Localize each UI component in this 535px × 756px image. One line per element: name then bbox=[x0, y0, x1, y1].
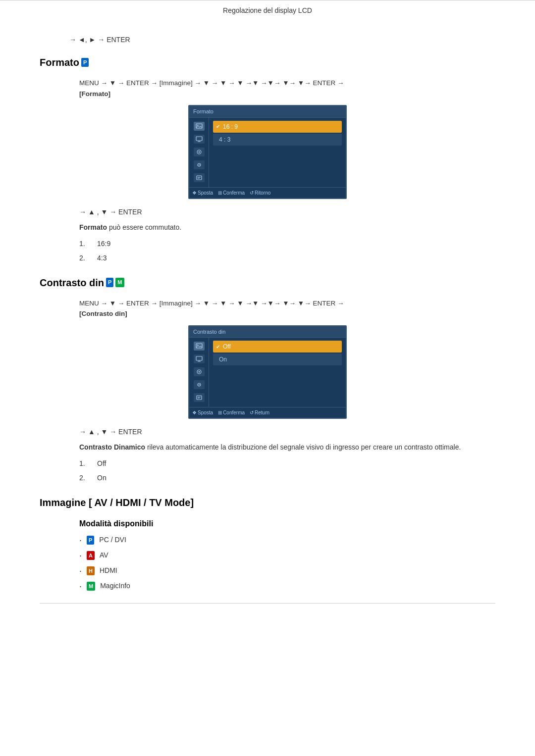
contrasto-option-on-label: On bbox=[219, 355, 227, 364]
osd-icon-info bbox=[194, 173, 205, 182]
contrasto-option-off-label: Off bbox=[223, 342, 231, 351]
list-val: 4:3 bbox=[97, 253, 107, 263]
bottom-border bbox=[40, 603, 495, 604]
osd-icon-monitor bbox=[194, 135, 205, 144]
content-area: → ◄, ► → ENTER FormatoP MENU → ▼ → ENTER… bbox=[0, 20, 535, 623]
osd-icon-info2 bbox=[194, 393, 205, 402]
mode-label-av: AV bbox=[100, 550, 108, 560]
list-num: 1. bbox=[79, 458, 89, 469]
formato-osd: Formato bbox=[188, 105, 347, 199]
footer-conferma2: ⊞ Conferma bbox=[218, 409, 245, 416]
footer-ritorno: ↺ Ritorno bbox=[250, 189, 270, 197]
formato-osd-sidebar bbox=[189, 118, 209, 187]
formato-heading: FormatoP bbox=[40, 55, 495, 70]
mode-item-hdmi: · H HDMI bbox=[79, 565, 495, 576]
formato-description: Formato può essere commutato. bbox=[79, 222, 495, 233]
contrasto-desc-bold: Contrasto Dinamico bbox=[79, 443, 145, 451]
contrasto-menu-path: MENU → ▼ → ENTER → [Immagine] → ▼ → ▼ → … bbox=[79, 298, 495, 319]
footer-return: ↺ Return bbox=[250, 409, 269, 416]
list-num: 1. bbox=[79, 239, 89, 249]
bullet-dot: · bbox=[79, 551, 82, 560]
contrasto-osd-footer: ❖ Sposta ⊞ Conferma ↺ Return bbox=[189, 407, 346, 418]
svg-rect-9 bbox=[197, 176, 202, 180]
list-num: 2. bbox=[79, 253, 89, 263]
formato-section: FormatoP MENU → ▼ → ENTER → [Immagine] →… bbox=[40, 55, 495, 263]
bullet-dot: · bbox=[79, 536, 82, 545]
formato-osd-main: ✔ 16 : 9 4 : 3 bbox=[209, 118, 346, 187]
formato-option-1: ✔ 16 : 9 bbox=[213, 121, 342, 133]
mode-label-hdmi: HDMI bbox=[100, 565, 117, 576]
contrasto-list: 1. Off 2. On bbox=[79, 458, 495, 483]
contrasto-osd-sidebar bbox=[189, 338, 209, 407]
contrasto-osd: Contrasto din bbox=[188, 325, 347, 419]
contrasto-osd-body: ✔ Off On bbox=[189, 338, 346, 407]
immagine-heading: Immagine [ AV / HDMI / TV Mode] bbox=[40, 495, 495, 510]
formato-arrow-nav: → ▲ , ▼ → ENTER bbox=[79, 207, 495, 217]
list-item: 1. 16:9 bbox=[79, 239, 495, 249]
contrasto-badge-p: P bbox=[106, 278, 113, 287]
check-icon2: ✔ bbox=[216, 343, 220, 351]
osd-icon-audio bbox=[194, 148, 205, 156]
svg-point-20 bbox=[199, 384, 200, 385]
footer-sposta: ❖ Sposta bbox=[192, 189, 213, 197]
modes-list: · P PC / DVI · A AV · H HDMI · M Mag bbox=[79, 535, 495, 591]
contrasto-desc-rest: rileva automaticamente la distribuzione … bbox=[145, 443, 461, 451]
formato-option-2-label: 4 : 3 bbox=[219, 135, 230, 144]
list-val: On bbox=[97, 473, 107, 483]
osd-icon-audio2 bbox=[194, 367, 205, 376]
contrasto-osd-main: ✔ Off On bbox=[209, 338, 346, 407]
contrasto-path-line2: [Contrasto din] bbox=[79, 310, 127, 317]
intro-nav: → ◄, ► → ENTER bbox=[69, 35, 495, 45]
immagine-section: Immagine [ AV / HDMI / TV Mode] Modalità… bbox=[40, 495, 495, 591]
formato-badge-p: P bbox=[81, 58, 89, 67]
osd-icon-monitor2 bbox=[194, 354, 205, 363]
svg-point-8 bbox=[199, 164, 200, 165]
bullet-dot: · bbox=[79, 582, 82, 591]
svg-rect-0 bbox=[196, 124, 202, 128]
formato-osd-title: Formato bbox=[189, 106, 346, 118]
osd-icon-settings2 bbox=[194, 380, 205, 389]
formato-list: 1. 16:9 2. 4:3 bbox=[79, 239, 495, 263]
formato-path-line1: MENU → ▼ → ENTER → [Immagine] → ▼ → ▼ → … bbox=[79, 79, 344, 87]
contrasto-option-on: On bbox=[213, 353, 342, 365]
page-header: Regolazione del display LCD bbox=[0, 0, 535, 20]
list-item: 1. Off bbox=[79, 458, 495, 469]
footer-sposta2: ❖ Sposta bbox=[192, 409, 213, 416]
check-icon: ✔ bbox=[216, 123, 220, 130]
badge-a-av: A bbox=[87, 551, 95, 560]
page-container: Regolazione del display LCD → ◄, ► → ENT… bbox=[0, 0, 535, 623]
formato-title-text: Formato bbox=[40, 55, 79, 70]
contrasto-badge-m: M bbox=[115, 278, 124, 287]
bullet-dot: · bbox=[79, 566, 82, 575]
badge-p-pcdvi: P bbox=[87, 536, 94, 545]
contrasto-path-line1: MENU → ▼ → ENTER → [Immagine] → ▼ → ▼ → … bbox=[79, 300, 344, 307]
contrasto-arrow-nav: → ▲ , ▼ → ENTER bbox=[79, 427, 495, 437]
mode-item-magicinfo: · M MagicInfo bbox=[79, 581, 495, 591]
badge-m-magicinfo: M bbox=[87, 582, 95, 591]
svg-rect-12 bbox=[196, 344, 202, 348]
contrasto-section: Contrasto dinPM MENU → ▼ → ENTER → [Imma… bbox=[40, 275, 495, 484]
formato-path-line2: [Formato] bbox=[79, 90, 110, 98]
formato-desc-rest: può essere commutato. bbox=[107, 223, 181, 231]
mode-label-pcdvi: PC / DVI bbox=[99, 535, 126, 545]
osd-icon-picture2 bbox=[194, 342, 205, 351]
immagine-sub-heading: Modalità disponibili bbox=[79, 518, 495, 530]
formato-osd-footer: ❖ Sposta ⊞ Conferma ↺ Ritorno bbox=[189, 187, 346, 198]
formato-desc-bold: Formato bbox=[79, 223, 107, 231]
list-item: 2. On bbox=[79, 473, 495, 483]
list-val: 16:9 bbox=[97, 239, 110, 249]
svg-rect-14 bbox=[196, 356, 202, 360]
svg-rect-2 bbox=[196, 137, 202, 141]
mode-label-magicinfo: MagicInfo bbox=[100, 581, 130, 591]
formato-menu-path: MENU → ▼ → ENTER → [Immagine] → ▼ → ▼ → … bbox=[79, 78, 495, 99]
osd-icon-settings bbox=[194, 160, 205, 169]
footer-conferma: ⊞ Conferma bbox=[218, 189, 245, 197]
immagine-title: Immagine [ AV / HDMI / TV Mode] bbox=[40, 495, 194, 510]
contrasto-heading: Contrasto dinPM bbox=[40, 275, 495, 290]
list-num: 2. bbox=[79, 473, 89, 483]
svg-point-18 bbox=[198, 371, 200, 373]
contrasto-osd-title: Contrasto din bbox=[189, 326, 346, 338]
osd-icon-picture bbox=[194, 122, 205, 131]
list-val: Off bbox=[97, 458, 106, 469]
mode-item-pcdvi: · P PC / DVI bbox=[79, 535, 495, 545]
